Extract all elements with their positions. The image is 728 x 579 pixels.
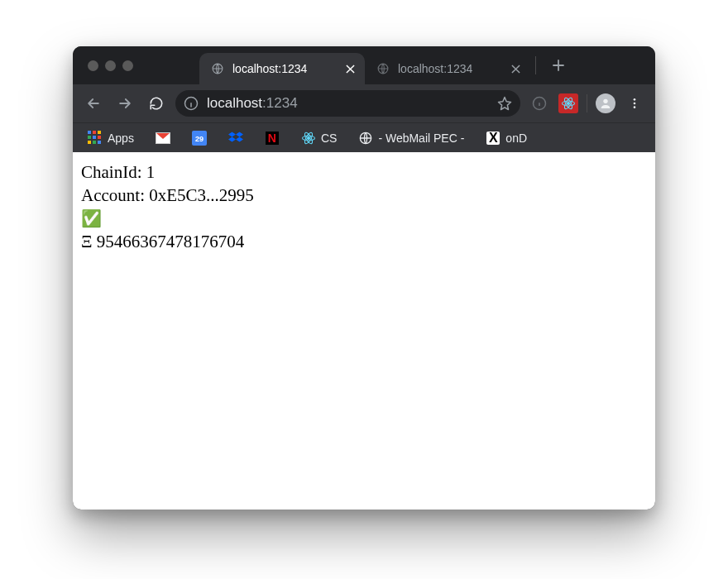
svg-point-10 (634, 103, 636, 105)
close-tab-button[interactable] (509, 62, 522, 75)
bookmark-netflix[interactable]: N (260, 127, 285, 149)
bookmark-label: Apps (108, 132, 134, 145)
tab-separator (535, 56, 536, 74)
bookmarks-bar: Apps 29 N CS - WebMail PEC - (73, 122, 655, 152)
site-info-icon[interactable] (184, 96, 199, 111)
toolbar: localhost:1234 (73, 84, 655, 122)
close-window-button[interactable] (88, 60, 98, 71)
minimize-window-button[interactable] (105, 60, 116, 71)
bookmark-gmail[interactable] (151, 127, 175, 149)
globe-icon (211, 62, 224, 75)
titlebar: localhost:1234 localhost:1234 (73, 46, 655, 84)
tab-strip: localhost:1234 localhost:1234 (199, 46, 655, 84)
chain-id-line: ChainId: 1 (81, 160, 647, 184)
window-controls (88, 60, 133, 71)
dropbox-icon (228, 131, 243, 146)
balance-value: 95466367478176704 (97, 232, 245, 251)
chain-id-value: 1 (146, 162, 156, 182)
tab-active[interactable]: localhost:1234 (199, 53, 365, 84)
bookmark-cs[interactable]: CS (296, 127, 342, 149)
profile-avatar[interactable] (596, 93, 615, 113)
bookmark-label: onD (505, 132, 527, 145)
svg-point-11 (634, 106, 636, 108)
toolbar-divider (587, 94, 587, 112)
gmail-icon (156, 131, 170, 146)
chain-id-label: ChainId: (81, 162, 142, 182)
bookmark-dropbox[interactable] (223, 127, 248, 149)
bookmark-apps[interactable]: Apps (83, 127, 139, 149)
account-value: 0xE5C3...2995 (149, 185, 254, 205)
account-line: Account: 0xE5C3...2995 (81, 184, 647, 207)
bookmark-label: CS (321, 132, 337, 145)
new-tab-button[interactable] (546, 53, 571, 78)
svg-point-9 (634, 98, 636, 101)
tab-inactive[interactable]: localhost:1234 (365, 53, 530, 84)
netflix-icon: N (265, 131, 280, 146)
address-bar[interactable]: localhost:1234 (175, 90, 520, 117)
bookmark-ond[interactable]: X onD (481, 127, 532, 149)
globe-icon (358, 131, 373, 146)
extension-info-icon[interactable] (527, 91, 552, 116)
balance-line: Ξ 95466367478176704 (81, 230, 647, 253)
svg-point-12 (307, 136, 309, 139)
menu-button[interactable] (622, 91, 647, 116)
reload-button[interactable] (144, 91, 169, 116)
apps-grid-icon (88, 131, 103, 146)
tab-title: localhost:1234 (398, 62, 472, 75)
page-content: ChainId: 1 Account: 0xE5C3...2995 ✅ Ξ 95… (73, 152, 655, 510)
bookmark-webmail[interactable]: - WebMail PEC - (353, 127, 469, 149)
account-label: Account: (81, 185, 145, 205)
globe-icon (376, 62, 390, 75)
react-devtools-extension-icon[interactable] (558, 93, 578, 113)
forward-button[interactable] (113, 91, 137, 116)
back-button[interactable] (81, 91, 106, 116)
url-host: localhost:1234 (207, 95, 298, 112)
react-icon (301, 131, 316, 146)
browser-window: localhost:1234 localhost:1234 (73, 46, 655, 510)
close-tab-button[interactable] (343, 62, 357, 75)
zoom-window-button[interactable] (122, 60, 133, 71)
bookmark-calendar[interactable]: 29 (187, 127, 212, 149)
status-indicator: ✅ (81, 208, 647, 230)
x-icon: X (486, 131, 500, 146)
bookmark-label: - WebMail PEC - (378, 132, 464, 145)
bookmark-star-icon[interactable] (497, 96, 512, 111)
svg-point-8 (603, 99, 607, 103)
tab-title: localhost:1234 (232, 62, 307, 75)
calendar-icon: 29 (192, 131, 207, 146)
svg-point-4 (568, 103, 570, 105)
eth-symbol-icon: Ξ (81, 232, 93, 251)
checkmark-icon: ✅ (81, 209, 102, 227)
